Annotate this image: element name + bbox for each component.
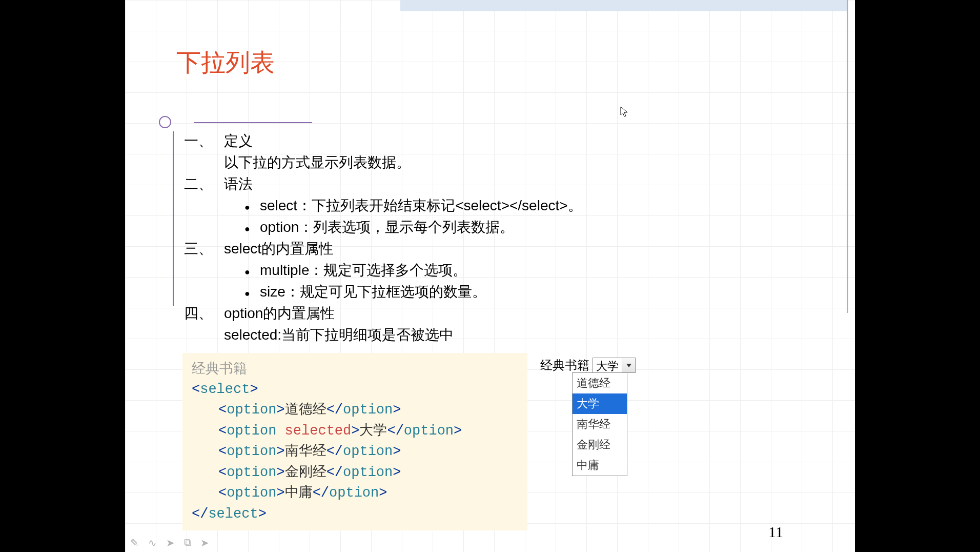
dropdown-option[interactable]: 道德经 bbox=[573, 373, 627, 393]
pointer-icon[interactable]: ➤ bbox=[200, 537, 209, 549]
top-highlight-bar bbox=[400, 0, 847, 11]
decorative-hr bbox=[194, 122, 312, 123]
presenter-toolbar: ✎ ∿ ➤ ⧉ ➤ bbox=[130, 537, 209, 549]
eraser-icon[interactable]: ⧉ bbox=[184, 537, 191, 549]
dropdown-option[interactable]: 中庸 bbox=[573, 455, 627, 476]
section-desc: selected:当前下拉明细项是否被选中 bbox=[224, 327, 454, 343]
demo-label: 经典书籍 bbox=[540, 357, 589, 373]
slide: 下拉列表 一、定义 以下拉的方式显示列表数据。 二、语法 select：下拉列表… bbox=[125, 0, 855, 552]
page-number: 11 bbox=[768, 523, 783, 541]
section-number: 四、 bbox=[184, 303, 224, 324]
section-label: 定义 bbox=[224, 133, 253, 149]
bullet-text: multiple：规定可选择多个选项。 bbox=[260, 262, 467, 278]
dropdown-list: 道德经 大学 南华经 金刚经 中庸 bbox=[572, 372, 627, 476]
select-value: 大学 bbox=[593, 358, 622, 372]
dropdown-option[interactable]: 金刚经 bbox=[573, 435, 627, 455]
bullet-text: size：规定可见下拉框选项的数量。 bbox=[260, 284, 486, 300]
section-label: option的内置属性 bbox=[224, 305, 335, 321]
bullet-text: option：列表选项，显示每个列表数据。 bbox=[260, 219, 514, 235]
section-label: 语法 bbox=[224, 176, 253, 192]
bullet-icon bbox=[244, 260, 260, 281]
bullet-text: select：下拉列表开始结束标记<select></select>。 bbox=[260, 198, 582, 213]
section-number: 二、 bbox=[184, 173, 224, 195]
pen-icon[interactable]: ✎ bbox=[130, 537, 139, 549]
bullet-icon bbox=[244, 195, 260, 216]
bullet-icon bbox=[244, 216, 260, 238]
dropdown-option-selected[interactable]: 大学 bbox=[573, 393, 627, 414]
section-label: select的内置属性 bbox=[224, 241, 333, 257]
section-desc: 以下拉的方式显示列表数据。 bbox=[224, 154, 411, 170]
right-purple-divider bbox=[847, 0, 848, 313]
next-icon[interactable]: ➤ bbox=[166, 537, 175, 549]
code-example: 经典书籍 <select> <option>道德经</option> <opti… bbox=[182, 353, 527, 530]
decorative-circle-icon bbox=[159, 116, 171, 128]
wave-icon[interactable]: ∿ bbox=[148, 537, 157, 549]
rendered-demo: 经典书籍 大学 bbox=[540, 357, 636, 373]
section-number: 三、 bbox=[184, 238, 224, 260]
cursor-icon bbox=[620, 106, 628, 117]
content-body: 一、定义 以下拉的方式显示列表数据。 二、语法 select：下拉列表开始结束标… bbox=[184, 130, 582, 346]
select-dropdown[interactable]: 大学 bbox=[593, 358, 636, 373]
bullet-icon bbox=[244, 281, 260, 303]
slide-title: 下拉列表 bbox=[176, 46, 275, 79]
decorative-vertical-line bbox=[173, 131, 174, 306]
section-number: 一、 bbox=[184, 130, 224, 152]
dropdown-option[interactable]: 南华经 bbox=[573, 414, 627, 435]
code-label: 经典书籍 bbox=[192, 358, 518, 379]
chevron-down-icon[interactable] bbox=[622, 358, 635, 372]
